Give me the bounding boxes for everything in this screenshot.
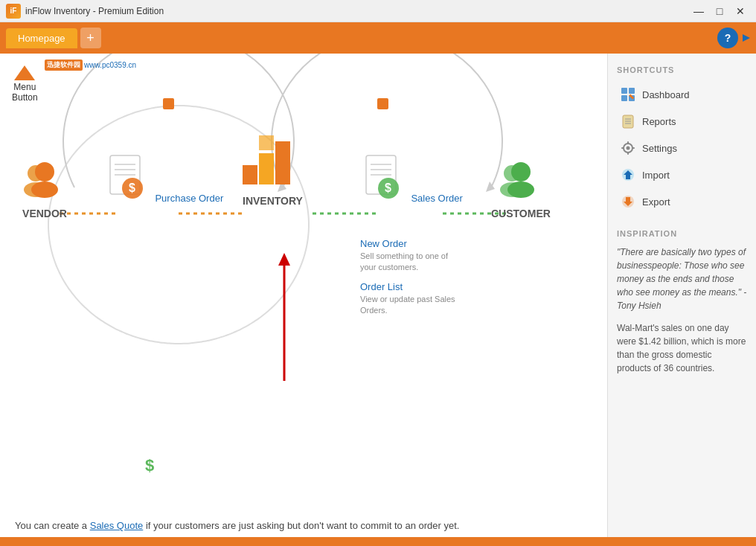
svg-rect-46 <box>627 141 629 144</box>
svg-rect-8 <box>377 98 388 109</box>
svg-rect-36 <box>629 88 635 94</box>
reports-icon <box>620 113 636 129</box>
sales-order-node[interactable]: $ Sales Order <box>360 154 463 205</box>
homepage-tab[interactable]: Homepage <box>6 28 77 48</box>
close-button[interactable]: ✕ <box>731 4 750 19</box>
sidebar-item-settings[interactable]: Settings <box>617 135 747 161</box>
sales-actions-panel: New Order Sell something to one of your … <box>360 238 457 324</box>
purchase-dollar-sign: $ <box>145 456 154 475</box>
help-icon: ? <box>725 32 731 44</box>
import-icon <box>620 167 636 183</box>
watermark: 迅捷软件园 www.pc0359.cn <box>45 60 136 71</box>
sidebar-item-dashboard[interactable]: Dashboard <box>617 82 747 107</box>
svg-marker-10 <box>278 253 290 266</box>
svg-rect-24 <box>259 135 274 150</box>
add-tab-button[interactable]: + <box>80 28 101 48</box>
title-bar: iF inFlow Inventory - Premium Edition — … <box>0 0 756 22</box>
window-controls: — □ ✕ <box>689 4 750 19</box>
inspiration-quote: "There are basically two types of busine… <box>617 245 747 312</box>
tab-bar: Homepage + ? <box>0 22 756 54</box>
shortcuts-title: SHORTCUTS <box>617 65 747 74</box>
export-label: Export <box>642 196 670 208</box>
sidebar: SHORTCUTS Dashboard <box>607 54 756 546</box>
customer-icon <box>499 161 543 200</box>
svg-rect-21 <box>243 165 257 184</box>
inspiration-section: INSPIRATION "There are basically two typ… <box>617 229 747 375</box>
customer-node[interactable]: CUSTOMER <box>491 161 551 219</box>
svg-rect-23 <box>275 141 290 184</box>
vendor-label: VENDOR <box>22 208 67 219</box>
maximize-button[interactable]: □ <box>710 4 729 19</box>
import-label: Import <box>642 170 670 181</box>
svg-text:$: $ <box>129 182 135 194</box>
menu-arrow-icon <box>14 65 35 80</box>
svg-point-34 <box>507 182 534 198</box>
order-list-desc: View or update past Sales Orders. <box>360 294 457 317</box>
help-button[interactable]: ? <box>717 28 738 48</box>
main-layout: 迅捷软件园 www.pc0359.cn Menu Button <box>0 54 756 546</box>
purchase-order-icon: $ <box>104 154 152 202</box>
inspiration-title: INSPIRATION <box>617 229 747 238</box>
svg-rect-37 <box>621 95 627 101</box>
inventory-node[interactable]: INVENTORY <box>243 128 303 207</box>
bottom-bar <box>0 537 756 546</box>
app-title: inFlow Inventory - Premium Edition <box>25 6 164 16</box>
settings-icon <box>620 140 636 156</box>
settings-label: Settings <box>642 143 677 154</box>
sidebar-item-reports[interactable]: Reports <box>617 109 747 134</box>
content-area: 迅捷软件园 www.pc0359.cn Menu Button <box>0 54 607 546</box>
svg-text:$: $ <box>385 182 391 194</box>
vendor-node[interactable]: VENDOR <box>22 161 67 219</box>
reports-label: Reports <box>642 116 676 127</box>
svg-rect-49 <box>632 147 635 149</box>
sales-quote-link[interactable]: Sales Quote <box>90 520 144 531</box>
sales-order-label[interactable]: Sales Order <box>411 193 462 204</box>
menu-sublabel: Button <box>12 92 38 103</box>
svg-rect-35 <box>621 88 627 94</box>
order-list-link[interactable]: Order List <box>360 281 457 292</box>
svg-point-45 <box>627 147 630 150</box>
svg-rect-7 <box>163 98 174 109</box>
minimize-button[interactable]: — <box>689 4 708 19</box>
customer-label: CUSTOMER <box>491 208 551 219</box>
tab-label: Homepage <box>18 33 65 44</box>
inventory-label: INVENTORY <box>243 195 303 207</box>
dashboard-icon <box>620 86 636 103</box>
sidebar-item-export[interactable]: Export <box>617 189 747 214</box>
svg-rect-48 <box>621 147 624 149</box>
bottom-note: You can create a Sales Quote if your cus… <box>15 520 592 531</box>
export-icon <box>620 193 636 210</box>
menu-label: Menu <box>13 82 36 92</box>
vendor-icon <box>22 161 67 200</box>
inventory-icon <box>243 128 302 187</box>
svg-point-33 <box>511 162 531 182</box>
bottom-note-suffix: if your customers are just asking but do… <box>143 520 459 531</box>
purchase-order-label[interactable]: Purchase Order <box>155 193 223 204</box>
new-order-link[interactable]: New Order <box>360 238 457 249</box>
svg-rect-47 <box>627 152 629 155</box>
menu-button[interactable]: Menu Button <box>12 65 38 103</box>
bottom-note-prefix: You can create a <box>15 520 90 531</box>
new-order-desc: Sell something to one of your customers. <box>360 251 457 274</box>
workflow-diagram-svg <box>0 54 607 485</box>
svg-point-14 <box>31 182 58 198</box>
sidebar-item-import[interactable]: Import <box>617 162 747 187</box>
help-dropdown-arrow <box>743 34 750 42</box>
svg-rect-22 <box>259 153 274 184</box>
inspiration-fact: Wal-Mart's sales on one day were $1.42 b… <box>617 321 747 375</box>
svg-point-13 <box>35 162 54 182</box>
dashboard-label: Dashboard <box>642 89 690 100</box>
app-logo: iF <box>6 4 21 19</box>
purchase-order-node[interactable]: $ Purchase Order <box>104 154 223 205</box>
sales-order-icon: $ <box>360 154 408 202</box>
